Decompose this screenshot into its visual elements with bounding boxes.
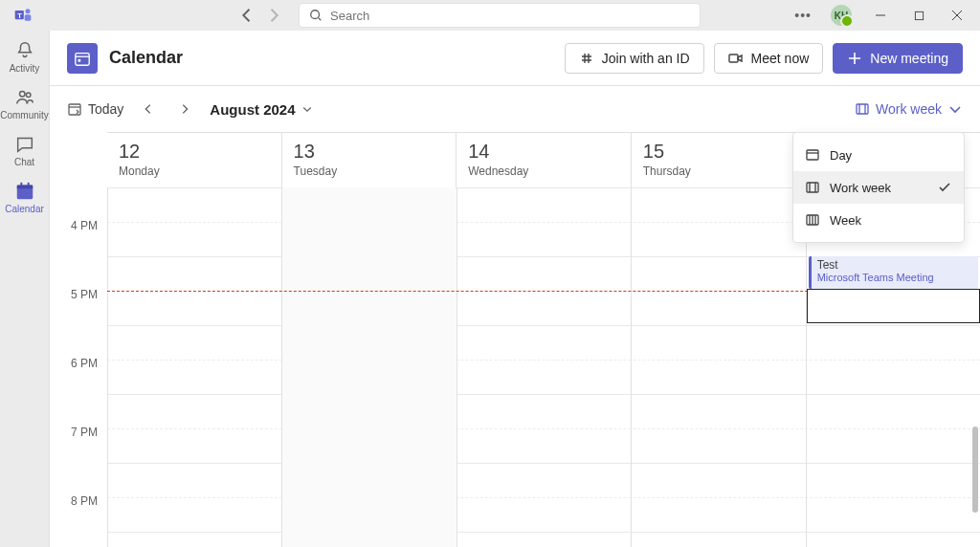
new-meeting-button[interactable]: New meeting [833,43,963,74]
search-icon [309,9,323,22]
window-maximize-button[interactable] [903,0,934,31]
svg-point-4 [311,11,320,19]
svg-rect-13 [78,58,81,61]
rail-item-calendar[interactable]: Calendar [0,181,50,214]
menu-item-label: Day [830,148,852,163]
time-label: 5 PM [50,288,107,357]
today-button[interactable]: Today [67,101,123,117]
view-menu-item-workweek[interactable]: Work week [793,171,964,204]
avatar[interactable]: KH [831,5,852,26]
calendar-event[interactable]: Test Microsoft Teams Meeting [809,256,978,289]
time-label: 6 PM [50,357,107,426]
svg-rect-10 [20,183,22,186]
title-bar: T ••• KH [0,0,980,31]
svg-rect-2 [25,14,32,21]
svg-rect-11 [27,183,29,186]
day-column[interactable] [457,187,631,547]
svg-rect-17 [807,150,818,160]
svg-rect-14 [729,55,738,62]
next-period-button[interactable] [173,98,196,120]
svg-point-1 [26,9,31,13]
menu-item-label: Work week [830,181,891,195]
day-column[interactable] [107,187,281,547]
view-menu: Day Work week Week [792,132,965,243]
workweek-icon [805,180,820,195]
search-input[interactable] [330,9,690,23]
page-header: Calendar Join with an ID Meet now New me… [50,31,980,86]
button-label: Join with an ID [602,51,690,66]
time-gutter: 4 PM 5 PM 6 PM 7 PM 8 PM [50,187,107,547]
calendar-badge-icon [67,43,98,74]
rail-label: Calendar [5,204,44,214]
day-number: 14 [468,141,619,163]
people-icon [14,87,35,108]
view-menu-item-week[interactable]: Week [793,204,964,236]
day-icon [805,147,820,163]
search-input-wrapper[interactable] [299,3,701,28]
event-title: Test [817,258,972,272]
svg-rect-16 [857,104,868,114]
rail-item-chat[interactable]: Chat [0,134,50,167]
month-picker[interactable]: August 2024 [210,101,312,118]
check-icon [937,180,952,195]
button-label: Meet now [751,51,810,66]
svg-rect-5 [915,11,923,19]
svg-text:T: T [17,11,22,20]
history-back-button[interactable] [237,6,256,25]
calendar-icon [14,181,35,202]
window-minimize-button[interactable] [865,0,896,31]
history-forward-button[interactable] [264,6,283,25]
plus-icon [847,51,862,66]
meet-now-button[interactable]: Meet now [714,43,824,74]
chevron-down-icon [947,101,963,117]
time-slot-selection[interactable] [807,289,980,323]
day-name: Thursday [643,164,794,178]
view-picker[interactable]: Work week [855,101,963,117]
calendar-toolbar: Today August 2024 Work week Day [50,86,980,132]
svg-point-7 [26,93,31,98]
button-label: New meeting [870,51,948,66]
day-column[interactable] [281,187,456,547]
rail-label: Activity [10,63,40,74]
svg-rect-12 [76,53,89,65]
rail-label: Chat [14,157,34,167]
calendar-today-icon [67,101,82,117]
bell-icon [14,40,35,61]
prev-period-button[interactable] [137,98,160,120]
chat-icon [14,134,35,155]
button-label: Today [88,101,123,117]
rail-item-community[interactable]: Community [0,87,50,120]
time-label: 4 PM [50,219,107,288]
day-header[interactable]: 12 Monday [107,133,281,187]
view-label: Work week [876,101,942,117]
day-column[interactable] [631,187,805,547]
svg-point-6 [19,92,25,98]
rail-item-activity[interactable]: Activity [0,40,50,74]
join-with-id-button[interactable]: Join with an ID [565,43,704,74]
svg-rect-15 [69,104,80,115]
time-label: 7 PM [50,426,107,494]
day-number: 13 [294,141,445,163]
workweek-icon [855,101,870,117]
day-header[interactable]: 13 Tuesday [281,133,457,187]
app-rail: Activity Community Chat Calendar [0,31,50,547]
week-icon [805,212,820,228]
day-name: Wednesday [468,164,619,178]
scrollbar-thumb[interactable] [972,427,978,513]
svg-rect-9 [16,186,33,189]
menu-item-label: Week [830,213,861,228]
day-header[interactable]: 15 Thursday [631,133,806,187]
day-header[interactable]: 14 Wednesday [456,133,631,187]
month-label-text: August 2024 [210,101,295,118]
view-menu-item-day[interactable]: Day [793,139,964,171]
time-label: 8 PM [50,494,107,547]
event-subtitle: Microsoft Teams Meeting [817,272,972,283]
avatar-initials: KH [835,11,848,21]
page-title: Calendar [109,48,183,68]
window-close-button[interactable] [942,0,972,31]
video-icon [728,51,744,66]
day-number: 15 [643,141,794,163]
day-name: Monday [119,164,270,178]
chevron-down-icon [301,103,313,115]
more-options-button[interactable]: ••• [789,8,817,23]
